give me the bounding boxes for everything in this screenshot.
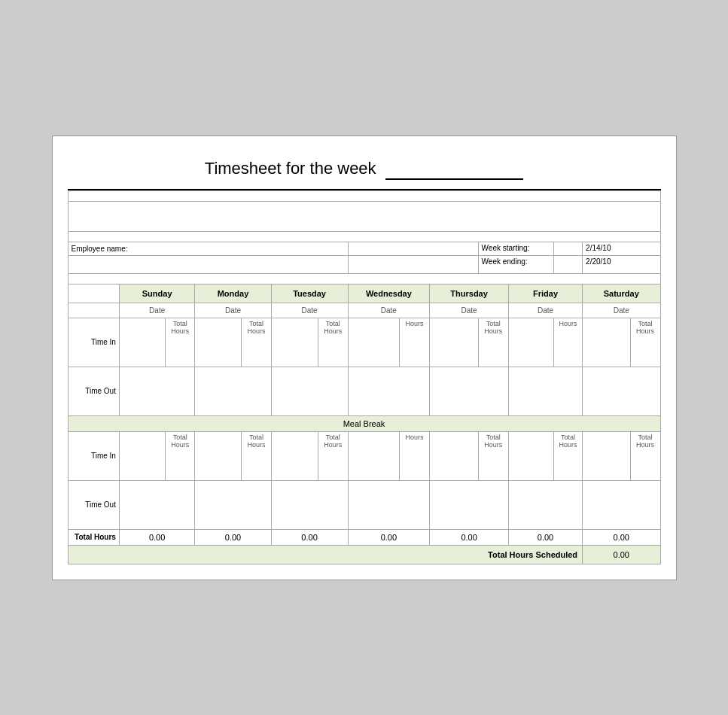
tuesday-total-hours-2: TotalHours <box>318 431 348 480</box>
sunday-timein-2[interactable] <box>119 431 165 480</box>
sunday-header: Sunday <box>119 284 194 303</box>
week-ending-val: 2/20/10 <box>586 257 611 266</box>
tuesday-timeout-1[interactable] <box>271 367 348 415</box>
wednesday-timeout-1[interactable] <box>348 367 430 415</box>
wednesday-header: Wednesday <box>348 284 430 303</box>
top-blank-row-1 <box>68 190 660 201</box>
monday-timein-2[interactable] <box>195 431 242 480</box>
total-scheduled-row: Total Hours Scheduled 0.00 <box>68 545 660 564</box>
time-in-row-2: Time In TotalHours TotalHours TotalHours… <box>68 431 660 480</box>
tuesday-total: 0.00 <box>271 529 348 545</box>
meal-break-row: Meal Break <box>68 415 660 431</box>
wednesday-timeout-2[interactable] <box>348 480 430 529</box>
employee-info-row: Employee name: Week starting: 2/14/10 <box>68 242 660 255</box>
time-out-label-1: Time Out <box>68 367 119 415</box>
employee-name-label: Employee name: <box>68 242 348 255</box>
friday-hours-1: Hours <box>553 318 582 367</box>
saturday-timein-1[interactable] <box>583 318 631 367</box>
thursday-label: Thursday <box>450 289 488 298</box>
sunday-total-hours-1: TotalHours <box>166 318 195 367</box>
monday-timeout-1[interactable] <box>195 367 271 415</box>
monday-label: Monday <box>218 289 249 298</box>
friday-header: Friday <box>509 284 583 303</box>
week-ending-row: Week ending: 2/20/10 <box>68 255 660 273</box>
saturday-timeout-1[interactable] <box>583 367 660 415</box>
top-blank-row-2 <box>68 201 660 231</box>
saturday-total: 0.00 <box>583 529 660 545</box>
total-hours-row: Total Hours 0.00 0.00 0.00 0.00 0.00 0.0… <box>68 529 660 545</box>
friday-label: Friday <box>533 289 558 298</box>
time-out-row-1: Time Out <box>68 367 660 415</box>
day-headers-row: Sunday Monday Tuesday Wednesday Thursday… <box>68 284 660 303</box>
friday-total: 0.00 <box>509 529 583 545</box>
thursday-timein-1[interactable] <box>430 318 478 367</box>
tuesday-date: Date <box>271 303 348 318</box>
sunday-timein-1[interactable] <box>119 318 165 367</box>
thursday-header: Thursday <box>430 284 509 303</box>
monday-date: Date <box>195 303 271 318</box>
thursday-total-hours-1: TotalHours <box>478 318 508 367</box>
wednesday-timein-2[interactable] <box>348 431 399 480</box>
thursday-date: Date <box>430 303 509 318</box>
thursday-timein-2[interactable] <box>430 431 478 480</box>
tuesday-total-hours-1: TotalHours <box>318 318 348 367</box>
wednesday-date: Date <box>348 303 430 318</box>
employee-label-text: Employee name: <box>72 245 128 253</box>
tuesday-label: Tuesday <box>293 289 326 298</box>
tuesday-timeout-2[interactable] <box>271 480 348 529</box>
sunday-total: 0.00 <box>119 529 194 545</box>
sunday-date: Date <box>119 303 194 318</box>
monday-total-hours-2: TotalHours <box>242 431 271 480</box>
week-ending-label: Week ending: <box>478 255 553 273</box>
week-starting-val: 2/14/10 <box>586 244 611 252</box>
week-starting-text: Week starting: <box>482 244 530 252</box>
total-scheduled-value: 0.00 <box>583 545 660 564</box>
friday-timeout-1[interactable] <box>509 367 583 415</box>
monday-timeout-2[interactable] <box>195 480 271 529</box>
friday-timeout-2[interactable] <box>509 480 583 529</box>
timesheet-page: Timesheet for the week <box>52 135 677 580</box>
time-in-row-1: Time In TotalHours TotalHours TotalHours… <box>68 318 660 367</box>
time-in-label-1: Time In <box>68 318 119 367</box>
saturday-header: Saturday <box>583 284 660 303</box>
sunday-timeout-1[interactable] <box>119 367 194 415</box>
monday-total-hours-1: TotalHours <box>242 318 271 367</box>
week-starting-label: Week starting: <box>478 242 553 255</box>
time-in-label-2: Time In <box>68 431 119 480</box>
thursday-timeout-2[interactable] <box>430 480 509 529</box>
saturday-total-hours-1: TotalHours <box>630 318 660 367</box>
title-text: Timesheet for the week <box>205 159 376 178</box>
saturday-timein-2[interactable] <box>583 431 631 480</box>
saturday-date: Date <box>583 303 660 318</box>
saturday-timeout-2[interactable] <box>583 480 660 529</box>
friday-date: Date <box>509 303 583 318</box>
tuesday-timein-1[interactable] <box>271 318 318 367</box>
wednesday-label: Wednesday <box>366 289 412 298</box>
thursday-total-hours-2: TotalHours <box>478 431 508 480</box>
friday-timein-1[interactable] <box>509 318 554 367</box>
time-out-row-2: Time Out <box>68 480 660 529</box>
thursday-total: 0.00 <box>430 529 509 545</box>
thursday-timeout-1[interactable] <box>430 367 509 415</box>
meal-break-label: Meal Break <box>68 415 660 431</box>
sunday-timeout-2[interactable] <box>119 480 194 529</box>
week-starting-value: 2/14/10 <box>583 242 660 255</box>
week-underline <box>385 159 523 180</box>
date-row: Date Date Date Date Date Date Date <box>68 303 660 318</box>
monday-header: Monday <box>195 284 271 303</box>
tuesday-header: Tuesday <box>271 284 348 303</box>
wednesday-timein-1[interactable] <box>348 318 399 367</box>
week-ending-value: 2/20/10 <box>583 255 660 273</box>
tuesday-timein-2[interactable] <box>271 431 318 480</box>
top-blank-row-3 <box>68 231 660 242</box>
sunday-label: Sunday <box>142 289 172 298</box>
wednesday-total: 0.00 <box>348 529 430 545</box>
friday-timein-2[interactable] <box>509 431 554 480</box>
saturday-label: Saturday <box>604 289 639 298</box>
friday-total-hours-2: TotalHours <box>553 431 582 480</box>
total-hours-row-label: Total Hours <box>68 529 119 545</box>
monday-timein-1[interactable] <box>195 318 242 367</box>
wednesday-hours-1: Hours <box>399 318 430 367</box>
wednesday-hours-2: Hours <box>399 431 430 480</box>
blank-row-2 <box>68 273 660 284</box>
